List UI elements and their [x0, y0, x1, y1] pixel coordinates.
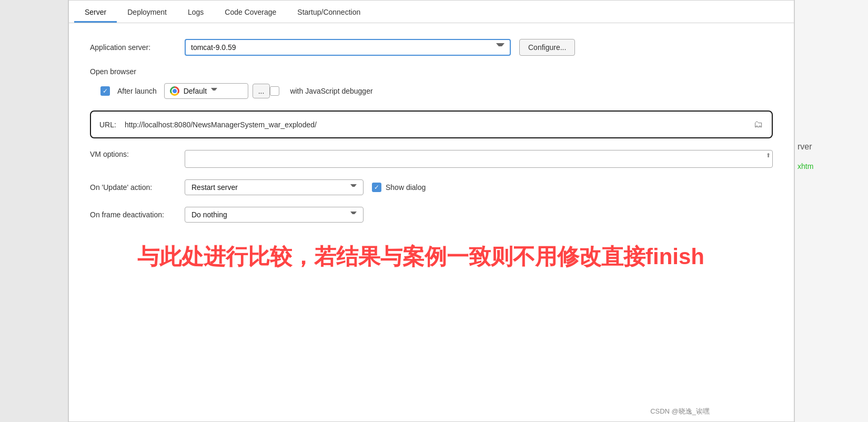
tabs-bar: Server Deployment Logs Code Coverage Sta…	[69, 1, 794, 23]
right-xhtm-text: xhtm	[795, 162, 813, 170]
app-server-dropdown[interactable]: tomcat-9.0.59	[185, 39, 511, 56]
url-container: URL: http://localhost:8080/NewsManagerSy…	[90, 110, 773, 138]
vm-options-row: VM options: ⬆	[90, 150, 773, 168]
update-action-label: On 'Update' action:	[90, 183, 185, 192]
frame-deactivation-dropdown-arrow	[350, 212, 357, 218]
frame-deactivation-row: On frame deactivation: Do nothing	[90, 207, 773, 223]
frame-deactivation-dropdown[interactable]: Do nothing	[185, 207, 364, 223]
show-dialog-label: Show dialog	[386, 183, 426, 192]
right-rver-text: rver	[795, 142, 812, 152]
vm-options-label: VM options:	[90, 150, 185, 158]
expand-icon[interactable]: ⬆	[766, 152, 771, 159]
after-launch-checkbox[interactable]: ✓	[100, 86, 110, 96]
frame-deactivation-label: On frame deactivation:	[90, 210, 185, 219]
browser-default-label: Default	[184, 87, 207, 95]
app-server-dropdown-arrow	[496, 43, 504, 52]
open-browser-section-label: Open browser	[90, 67, 773, 76]
tab-server[interactable]: Server	[74, 1, 117, 23]
show-dialog-checkmark: ✓	[374, 184, 379, 191]
app-server-row: Application server: tomcat-9.0.59 Config…	[90, 39, 773, 56]
update-action-dropdown-arrow	[350, 184, 357, 190]
after-launch-checkbox-container[interactable]: ✓	[100, 86, 110, 96]
update-action-row: On 'Update' action: Restart server ✓ Sho…	[90, 179, 773, 195]
main-container: Server Deployment Logs Code Coverage Sta…	[68, 0, 794, 422]
app-server-value: tomcat-9.0.59	[191, 43, 236, 52]
left-sidebar	[0, 0, 68, 422]
vm-options-input[interactable]	[185, 150, 773, 168]
js-debugger-label: with JavaScript debugger	[290, 87, 372, 95]
url-value: http://localhost:8080/NewsManagerSystem_…	[125, 120, 749, 129]
show-dialog-container: ✓ Show dialog	[372, 183, 426, 192]
after-launch-label: After launch	[117, 87, 157, 95]
tab-startup-connection[interactable]: Startup/Connection	[287, 1, 371, 23]
open-browser-row: ✓ After launch Default ... with JavaScri…	[90, 83, 773, 99]
browser-select-dropdown[interactable]: Default	[164, 83, 248, 99]
tab-code-coverage[interactable]: Code Coverage	[214, 1, 287, 23]
js-debugger-checkbox[interactable]	[270, 86, 279, 96]
panel-content: Application server: tomcat-9.0.59 Config…	[69, 23, 794, 250]
tab-logs[interactable]: Logs	[177, 1, 214, 23]
folder-icon[interactable]: 🗂	[754, 119, 763, 130]
ellipsis-button[interactable]: ...	[253, 84, 270, 98]
show-dialog-checkbox[interactable]: ✓	[372, 183, 381, 192]
vm-options-input-wrapper: ⬆	[185, 150, 773, 168]
right-partial: rver xhtm	[794, 0, 868, 422]
watermark: CSDN @晓逸_诶嘿	[650, 407, 710, 416]
update-action-dropdown[interactable]: Restart server	[185, 179, 364, 195]
url-label: URL:	[99, 120, 116, 129]
frame-deactivation-value: Do nothing	[191, 210, 227, 219]
chrome-icon	[170, 86, 179, 96]
checkmark-icon: ✓	[103, 88, 108, 94]
update-action-value: Restart server	[191, 183, 238, 192]
browser-dropdown-arrow	[211, 88, 217, 94]
configure-button[interactable]: Configure...	[519, 39, 575, 56]
app-server-label: Application server:	[90, 43, 185, 52]
tab-deployment[interactable]: Deployment	[117, 1, 177, 23]
